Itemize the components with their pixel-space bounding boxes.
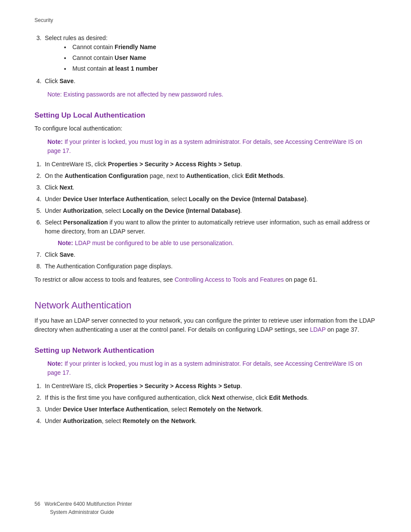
note-password-rules: Note: Existing passwords are not affecte… bbox=[47, 90, 377, 99]
network-auth-step3: Under Device User Interface Authenticati… bbox=[43, 405, 377, 414]
local-auth-note1: Note: If your printer is locked, you mus… bbox=[47, 137, 377, 156]
local-auth-title: Setting Up Local Authentication bbox=[34, 111, 377, 120]
bullet-item-3: Must contain at least 1 number bbox=[71, 64, 377, 73]
page-header: Security bbox=[34, 17, 377, 23]
bullet-item-2: Cannot contain User Name bbox=[71, 53, 377, 62]
local-auth-link1[interactable]: Accessing CentreWare IS bbox=[285, 138, 354, 145]
local-auth-steps: In CentreWare IS, click Properties > Sec… bbox=[43, 160, 377, 271]
local-auth-footer-link[interactable]: Controlling Access to Tools and Features bbox=[174, 276, 283, 283]
list-item-step4: Click Save. bbox=[43, 77, 377, 86]
network-auth-intro: If you have an LDAP server connected to … bbox=[34, 316, 377, 334]
network-auth-step4: Under Authorization, select Remotely on … bbox=[43, 417, 377, 426]
network-auth-note1: Note: If your printer is locked, you mus… bbox=[47, 359, 377, 377]
local-auth-step2: On the Authentication Configuration page… bbox=[43, 171, 377, 180]
local-auth-intro: To configure local authentication: bbox=[34, 124, 377, 133]
local-auth-step1: In CentreWare IS, click Properties > Sec… bbox=[43, 160, 377, 169]
local-auth-step8: The Authentication Configuration page di… bbox=[43, 262, 377, 271]
bullet-item-1: Cannot contain Friendly Name bbox=[71, 43, 377, 52]
local-auth-step4: Under Device User Interface Authenticati… bbox=[43, 195, 377, 204]
local-auth-step5: Under Authorization, select Locally on t… bbox=[43, 206, 377, 215]
local-auth-step7: Click Save. bbox=[43, 250, 377, 259]
local-auth-step3: Click Next. bbox=[43, 183, 377, 192]
network-auth-link1[interactable]: Accessing CentreWare IS bbox=[285, 360, 354, 367]
page-footer: 56 WorkCentre 6400 Multifunction Printer… bbox=[34, 500, 132, 516]
network-auth-subsection-title: Setting up Network Authentication bbox=[34, 346, 377, 355]
network-auth-ldap-link[interactable]: LDAP bbox=[310, 326, 325, 333]
local-auth-step6: Select Personalization if you want to al… bbox=[43, 218, 377, 248]
list-item-step3: Select rules as desired: Cannot contain … bbox=[43, 34, 377, 73]
network-auth-title: Network Authentication bbox=[34, 300, 377, 311]
local-auth-step6-note: Note: LDAP must be configured to be able… bbox=[58, 239, 377, 248]
network-auth-step2: If this is the first time you have confi… bbox=[43, 393, 377, 402]
network-auth-step1: In CentreWare IS, click Properties > Sec… bbox=[43, 382, 377, 391]
local-auth-footer: To restrict or allow access to tools and… bbox=[34, 275, 377, 284]
step3-intro: Select rules as desired: bbox=[45, 34, 108, 41]
network-auth-steps: In CentreWare IS, click Properties > Sec… bbox=[43, 382, 377, 426]
